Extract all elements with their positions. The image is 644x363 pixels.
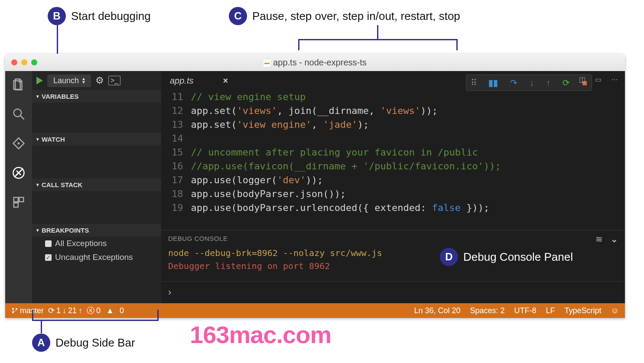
annot-A-text: Debug Side Bar (55, 336, 135, 350)
branch-icon (11, 307, 18, 314)
watermark: 163mac.com (190, 321, 331, 349)
language-mode[interactable]: TypeScript (565, 306, 602, 315)
variables-body (32, 103, 161, 133)
watch-label: WATCH (42, 136, 65, 143)
variables-section[interactable]: ▾VARIABLES (32, 90, 161, 103)
pointer-A (41, 321, 42, 333)
step-into-button[interactable]: ↓ (530, 78, 534, 88)
collapse-icon[interactable]: ⌄ (611, 234, 618, 244)
encoding[interactable]: UTF-8 (514, 306, 537, 315)
editor-column: app.ts × ⠿ ▮▮ ↷ ↓ ↑ ⟳ ■ ◫ (161, 71, 625, 303)
callstack-label: CALL STACK (42, 181, 82, 188)
code-lines: // view engine setupapp.set('views', joi… (191, 90, 501, 215)
svg-line-3 (20, 116, 24, 120)
step-over-button[interactable]: ↷ (510, 78, 517, 88)
explorer-icon[interactable] (12, 78, 25, 93)
start-debugging-button[interactable] (36, 77, 43, 84)
scm-icon[interactable] (12, 137, 25, 152)
debug-header: Launch ▲▼ ⚙ >_ (32, 71, 161, 90)
debug-console-input[interactable]: › (161, 281, 625, 303)
step-out-button[interactable]: ↑ (546, 78, 550, 88)
annot-B-text: Start debugging (71, 10, 151, 23)
svg-point-12 (16, 308, 17, 310)
callstack-body (32, 191, 161, 224)
svg-line-6 (14, 169, 23, 177)
breakpoint-label: All Exceptions (55, 239, 107, 248)
tab-label: app.ts (170, 76, 193, 86)
annot-C-text: Pause, step over, step in/out, restart, … (252, 10, 460, 23)
gear-icon[interactable]: ⚙ (95, 75, 104, 86)
annot-B: B Start debugging (48, 7, 151, 25)
debug-toolbar: ⠿ ▮▮ ↷ ↓ ↑ ⟳ ■ (466, 75, 592, 91)
breakpoints-section[interactable]: ▾BREAKPOINTS (32, 224, 161, 237)
close-dot[interactable] (11, 59, 17, 65)
split-editor-icon[interactable]: ◫ (579, 75, 585, 84)
checkbox[interactable]: ✓ (45, 254, 52, 261)
annot-C: C Pause, step over, step in/out, restart… (229, 7, 460, 25)
callstack-section[interactable]: ▾CALL STACK (32, 178, 161, 191)
eol[interactable]: LF (546, 306, 555, 315)
breakpoint-item[interactable]: All Exceptions (32, 237, 161, 250)
search-icon[interactable] (12, 107, 25, 122)
annot-D-text: Debug Console Panel (463, 250, 573, 264)
debug-sidebar: Launch ▲▼ ⚙ >_ ▾VARIABLES ▾WATCH ▾CALL S… (32, 71, 161, 303)
debug-console-toggle-icon[interactable]: >_ (108, 76, 120, 85)
zoom-dot[interactable] (31, 59, 37, 65)
select-arrows-icon: ▲▼ (81, 77, 86, 84)
svg-rect-9 (14, 203, 18, 207)
svg-point-2 (14, 109, 22, 117)
svg-rect-1 (264, 63, 270, 64)
tab-row: app.ts × ⠿ ▮▮ ↷ ↓ ↑ ⟳ ■ ◫ (161, 71, 625, 90)
variables-label: VARIABLES (42, 93, 79, 100)
extensions-icon[interactable] (12, 196, 25, 211)
window-title: app.ts - node-express-ts (5, 58, 625, 68)
bracket-A (32, 310, 159, 321)
titlebar: app.ts - node-express-ts (5, 54, 625, 71)
svg-rect-0 (263, 60, 270, 67)
editor-actions: ◫ ▭ ⋯ (579, 75, 618, 84)
svg-rect-7 (14, 198, 18, 202)
indentation[interactable]: Spaces: 2 (470, 306, 504, 315)
breakpoints-label: BREAKPOINTS (42, 227, 89, 234)
cursor-position[interactable]: Ln 36, Col 20 (414, 306, 460, 315)
tab-close-icon[interactable]: × (223, 76, 228, 86)
file-type-icon (263, 59, 270, 66)
window-title-text: app.ts - node-express-ts (273, 58, 367, 68)
svg-point-10 (12, 308, 14, 310)
svg-point-4 (18, 143, 20, 145)
debug-config-select[interactable]: Launch ▲▼ (47, 75, 91, 87)
checkbox[interactable] (45, 240, 52, 247)
debug-icon[interactable] (12, 166, 25, 181)
more-icon[interactable]: ⋯ (611, 75, 618, 84)
breakpoints-body: All Exceptions✓Uncaught Exceptions (32, 237, 161, 264)
badge-B: B (48, 7, 66, 25)
gutter: 111213141516171819 (161, 90, 191, 215)
restart-button[interactable]: ⟳ (563, 78, 570, 88)
watch-section[interactable]: ▾WATCH (32, 133, 161, 146)
debug-console-title: DEBUG CONSOLE (168, 235, 618, 242)
drag-handle-icon[interactable]: ⠿ (471, 78, 476, 88)
bracket-C (298, 39, 458, 50)
window: app.ts - node-express-ts Launch ▲▼ ⚙ >_ … (5, 54, 625, 318)
tab-app-ts[interactable]: app.ts × (166, 76, 232, 86)
activity-bar (5, 71, 32, 303)
annot-D: D Debug Console Panel (440, 248, 573, 266)
feedback-icon[interactable]: ☺ (611, 306, 619, 315)
breakpoint-item[interactable]: ✓Uncaught Exceptions (32, 250, 161, 264)
debug-console-panel: DEBUG CONSOLE ≋ ⌄ node --debug-brk=8962 … (161, 230, 625, 281)
pause-button[interactable]: ▮▮ (488, 78, 498, 88)
code-editor[interactable]: 111213141516171819 // view engine setupa… (161, 90, 625, 215)
watch-body (32, 146, 161, 178)
badge-A: A (32, 334, 50, 352)
annot-A: A Debug Side Bar (32, 334, 135, 352)
clear-console-icon[interactable]: ≋ (595, 234, 603, 244)
debug-config-label: Launch (53, 76, 79, 85)
layout-icon[interactable]: ▭ (595, 75, 602, 84)
badge-C: C (229, 7, 247, 25)
svg-rect-8 (19, 198, 23, 202)
breakpoint-label: Uncaught Exceptions (55, 253, 133, 262)
minimize-dot[interactable] (21, 59, 27, 65)
badge-D: D (440, 248, 458, 266)
pointer-C (377, 25, 378, 39)
